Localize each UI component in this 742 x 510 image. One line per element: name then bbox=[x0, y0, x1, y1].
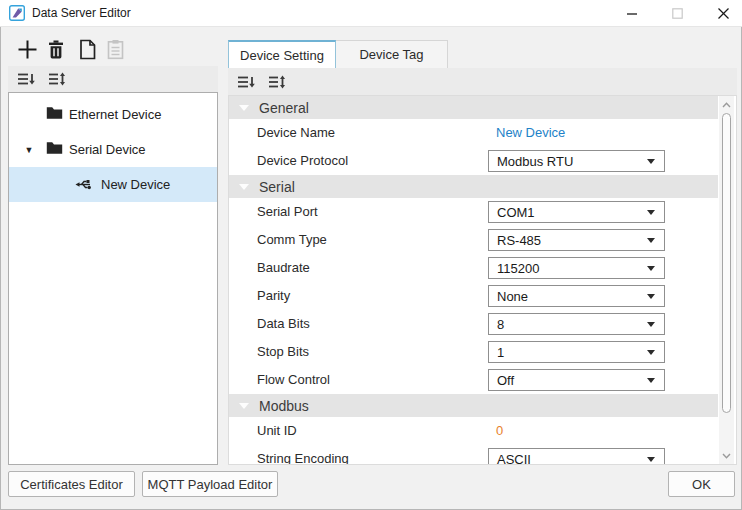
parity-dropdown[interactable]: None bbox=[488, 285, 665, 307]
chevron-down-icon bbox=[647, 457, 655, 462]
setting-row-device-name: Device Name New Device bbox=[229, 119, 718, 147]
data-server-editor-window: { "window": { "title": "Data Server Edit… bbox=[0, 0, 742, 510]
chevron-down-icon bbox=[647, 266, 655, 271]
setting-label: Unit ID bbox=[257, 417, 297, 445]
app-logo-icon bbox=[9, 5, 25, 21]
tree-item-ethernet-device[interactable]: Ethernet Device bbox=[9, 97, 217, 132]
dropdown-value: 8 bbox=[497, 317, 504, 332]
dropdown-value: ASCII bbox=[497, 452, 531, 466]
setting-row-flow-control: Flow Control Off bbox=[229, 366, 718, 394]
ok-button[interactable]: OK bbox=[668, 471, 735, 497]
collapse-all-icon[interactable] bbox=[237, 74, 255, 90]
flow-control-dropdown[interactable]: Off bbox=[488, 369, 665, 391]
setting-label: String Encoding bbox=[257, 445, 349, 465]
chevron-down-icon bbox=[647, 350, 655, 355]
chevron-down-icon bbox=[647, 378, 655, 383]
chevron-down-icon bbox=[239, 403, 249, 409]
setting-label: Parity bbox=[257, 282, 290, 310]
dropdown-value: 1 bbox=[497, 345, 504, 360]
certificates-editor-button[interactable]: Certificates Editor bbox=[8, 471, 135, 497]
tree-toolbar bbox=[8, 66, 218, 92]
tree-item-new-device[interactable]: New Device bbox=[9, 167, 217, 202]
tree-item-label: New Device bbox=[101, 177, 170, 192]
baudrate-dropdown[interactable]: 115200 bbox=[488, 257, 665, 279]
setting-label: Baudrate bbox=[257, 254, 310, 282]
section-label: Modbus bbox=[259, 398, 309, 414]
setting-row-serial-port: Serial Port COM1 bbox=[229, 198, 718, 226]
setting-row-string-encoding: String Encoding ASCII bbox=[229, 445, 718, 465]
setting-row-comm-type: Comm Type RS-485 bbox=[229, 226, 718, 254]
chevron-expanded-icon[interactable]: ▼ bbox=[23, 145, 35, 155]
section-label: General bbox=[259, 100, 309, 116]
expand-all-icon[interactable] bbox=[268, 74, 286, 90]
tab-label: Device Setting bbox=[240, 48, 324, 63]
setting-label: Device Protocol bbox=[257, 147, 348, 175]
string-encoding-dropdown[interactable]: ASCII bbox=[488, 448, 665, 465]
section-header-serial[interactable]: Serial bbox=[229, 175, 718, 198]
minimize-button[interactable] bbox=[616, 0, 648, 27]
data-bits-dropdown[interactable]: 8 bbox=[488, 313, 665, 335]
chevron-down-icon bbox=[647, 322, 655, 327]
titlebar: Data Server Editor bbox=[0, 0, 742, 27]
scroll-down-icon[interactable] bbox=[719, 448, 734, 463]
settings-rows: General Device Name New Device Device Pr… bbox=[229, 96, 718, 465]
paste-clipboard-icon[interactable] bbox=[104, 38, 126, 60]
tree-item-label: Serial Device bbox=[69, 142, 146, 157]
chevron-down-icon bbox=[647, 210, 655, 215]
chevron-down-icon bbox=[647, 238, 655, 243]
setting-row-parity: Parity None bbox=[229, 282, 718, 310]
scroll-up-icon[interactable] bbox=[719, 97, 734, 112]
maximize-button[interactable] bbox=[661, 0, 693, 27]
device-name-value[interactable]: New Device bbox=[496, 119, 565, 147]
dropdown-value: RS-485 bbox=[497, 233, 541, 248]
section-label: Serial bbox=[259, 179, 295, 195]
settings-toolbar bbox=[228, 68, 737, 95]
delete-trash-icon[interactable] bbox=[45, 38, 67, 60]
setting-row-unit-id: Unit ID 0 bbox=[229, 417, 718, 445]
serial-port-dropdown[interactable]: COM1 bbox=[488, 201, 665, 223]
setting-row-stop-bits: Stop Bits 1 bbox=[229, 338, 718, 366]
copy-icon[interactable] bbox=[76, 38, 98, 60]
setting-label: Serial Port bbox=[257, 198, 318, 226]
tab-device-tag[interactable]: Device Tag bbox=[336, 40, 448, 68]
mqtt-payload-editor-button[interactable]: MQTT Payload Editor bbox=[142, 471, 278, 497]
tree-item-serial-device[interactable]: ▼ Serial Device bbox=[9, 132, 217, 167]
chevron-down-icon bbox=[239, 184, 249, 190]
add-device-icon[interactable] bbox=[16, 38, 38, 60]
setting-label: Data Bits bbox=[257, 310, 310, 338]
setting-row-baudrate: Baudrate 115200 bbox=[229, 254, 718, 282]
dropdown-value: Off bbox=[497, 373, 514, 388]
setting-row-device-protocol: Device Protocol Modbus RTU bbox=[229, 147, 718, 175]
dropdown-value: None bbox=[497, 289, 528, 304]
dropdown-value: Modbus RTU bbox=[497, 154, 573, 169]
dropdown-value: 115200 bbox=[497, 261, 539, 276]
tree-item-label: Ethernet Device bbox=[69, 107, 162, 122]
setting-label: Stop Bits bbox=[257, 338, 309, 366]
scrollbar-thumb[interactable] bbox=[722, 113, 731, 413]
expand-all-icon[interactable] bbox=[48, 71, 66, 87]
stop-bits-dropdown[interactable]: 1 bbox=[488, 341, 665, 363]
device-protocol-dropdown[interactable]: Modbus RTU bbox=[488, 150, 665, 172]
chevron-down-icon bbox=[239, 105, 249, 111]
chevron-down-icon bbox=[647, 159, 655, 164]
device-tree: Ethernet Device ▼ Serial Device New Devi… bbox=[8, 92, 218, 465]
usb-device-icon bbox=[75, 178, 93, 191]
folder-icon bbox=[46, 141, 63, 155]
setting-label: Device Name bbox=[257, 119, 335, 147]
chevron-down-icon bbox=[647, 294, 655, 299]
setting-label: Flow Control bbox=[257, 366, 330, 394]
close-icon[interactable] bbox=[707, 0, 739, 27]
tab-label: Device Tag bbox=[359, 47, 423, 62]
folder-icon bbox=[46, 106, 63, 120]
section-header-modbus[interactable]: Modbus bbox=[229, 394, 718, 417]
unit-id-value[interactable]: 0 bbox=[496, 417, 503, 445]
section-header-general[interactable]: General bbox=[229, 96, 718, 119]
vertical-scrollbar[interactable] bbox=[719, 96, 734, 464]
tab-device-setting[interactable]: Device Setting bbox=[228, 40, 336, 68]
setting-row-data-bits: Data Bits 8 bbox=[229, 310, 718, 338]
settings-panel: General Device Name New Device Device Pr… bbox=[228, 95, 737, 465]
window-title: Data Server Editor bbox=[32, 0, 131, 27]
comm-type-dropdown[interactable]: RS-485 bbox=[488, 229, 665, 251]
collapse-all-icon[interactable] bbox=[17, 71, 35, 87]
dropdown-value: COM1 bbox=[497, 205, 535, 220]
